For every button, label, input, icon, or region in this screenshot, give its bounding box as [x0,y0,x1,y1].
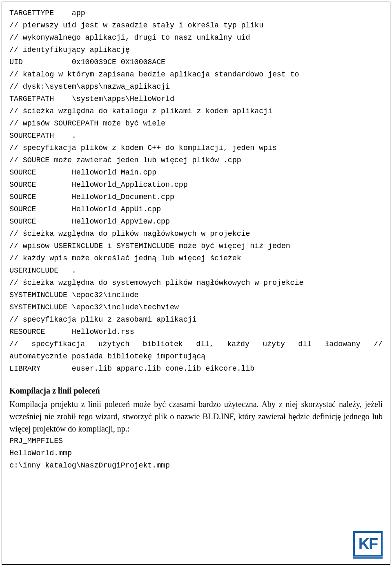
code-line: SOURCE HelloWorld_AppUi.cpp [9,203,383,215]
code-line: // SOURCE może zawierać jeden lub więcej… [9,154,383,166]
code-line: // dysk:\system\apps\nazwa_aplikacji [9,81,383,93]
code-line: SOURCEPATH . [9,130,383,142]
code-line: SOURCE HelloWorld_Main.cpp [9,166,383,179]
code-line: SOURCE HelloWorld_Application.cpp [9,179,383,191]
kf-logo: KF [353,531,383,559]
code-line: SOURCE HelloWorld_Document.cpp [9,191,383,203]
code-line: automatycznie posiada bibliotekę importu… [9,350,383,362]
code-line: // wpisów SOURCEPATH może być wiele [9,117,383,130]
code-line: UID 0x100039CE 0X10008ACE [9,56,383,68]
code-line: PRJ_MMPFILES [9,435,383,447]
code-line: // wykonywalnego aplikacji, drugi to nas… [9,31,383,44]
code-line: HelloWorld.mmp [9,447,383,459]
code-line: TARGETPATH \system\apps\HelloWorld [9,93,383,105]
code-line: c:\inny_katalog\NaszDrugiProjekt.mmp [9,459,383,472]
code-line: // specyfikacja pliku z zasobami aplikac… [9,313,383,326]
code-line: TARGETTYPE app [9,7,383,19]
code-line: USERINCLUDE . [9,264,383,277]
section-heading: Kompilacja z linii poleceń [9,386,383,396]
code-line: // specyfikacja plików z kodem C++ do ko… [9,142,383,154]
code-line: // pierwszy uid jest w zasadzie stały i … [9,19,383,31]
code-line: LIBRARY euser.lib apparc.lib cone.lib ei… [9,362,383,375]
code-line: // ścieżka względna do plików nagłówkowy… [9,228,383,240]
code-line: // ścieżka względna do systemowych plikó… [9,277,383,289]
code-line: // specyfikacja użytych bibliotek dll, k… [9,338,383,350]
code-line: // ścieżka względna do katalogu z plikam… [9,105,383,117]
code-line: // identyfikujący aplikację [9,44,383,56]
code-line: RESOURCE HelloWorld.rss [9,326,383,338]
section-body: Kompilacja projektu z linii poleceń może… [9,398,383,435]
code-line: SYSTEMINCLUDE \epoc32\include\techview [9,301,383,313]
document-page: TARGETTYPE app // pierwszy uid jest w za… [2,2,390,565]
code-line: SOURCE HelloWorld_AppView.cpp [9,215,383,228]
kf-logo-underline [353,557,383,559]
code-line: // każdy wpis może określać jedną lub wi… [9,252,383,264]
code-line: // wpisów USERINCLUDE i SYSTEMINCLUDE mo… [9,240,383,252]
kf-logo-box: KF [353,531,383,557]
code-line: SYSTEMINCLUDE \epoc32\include [9,289,383,301]
code-line: // katalog w którym zapisana bedzie apli… [9,68,383,81]
